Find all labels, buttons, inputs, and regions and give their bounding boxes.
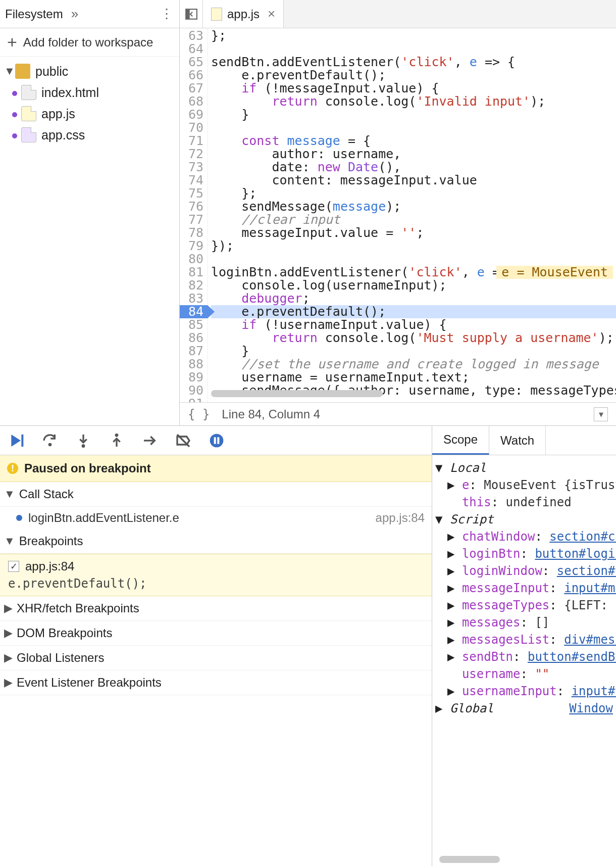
caret-down-icon: ▼: [4, 488, 15, 501]
tab-appjs[interactable]: app.js ×: [203, 0, 284, 28]
caret-right-icon: ▶: [4, 627, 13, 640]
tree-folder-public[interactable]: ▼ public: [0, 61, 179, 82]
status-dropdown[interactable]: ▾: [594, 407, 608, 421]
step-button[interactable]: [140, 431, 160, 450]
toggle-sidebar-button[interactable]: [180, 0, 203, 28]
scope-tabs: Scope Watch: [432, 426, 616, 455]
tree-file-index[interactable]: index.html: [0, 82, 179, 103]
tab-watch[interactable]: Watch: [489, 426, 546, 455]
step-out-button[interactable]: [107, 431, 126, 450]
breakpoint-item[interactable]: ✓ app.js:84 e.preventDefault();: [0, 554, 432, 596]
svg-point-5: [115, 434, 119, 437]
step-over-button[interactable]: [40, 431, 60, 450]
stack-frame[interactable]: loginBtn.addEventListener.e app.js:84: [0, 507, 432, 529]
pretty-print-button[interactable]: { }: [188, 407, 210, 421]
file-icon: [21, 127, 36, 142]
breakpoints-header[interactable]: ▼ Breakpoints: [0, 529, 432, 554]
tab-label: Watch: [500, 434, 534, 448]
section-label: XHR/fetch Breakpoints: [17, 601, 139, 615]
debugger-panel: ! Paused on breakpoint ▼ Call Stack logi…: [0, 426, 432, 866]
filesystem-title: Filesystem: [5, 7, 63, 21]
caret-right-icon: ▶: [4, 651, 13, 664]
file-icon: [211, 8, 222, 21]
code-content[interactable]: }; sendBtn.addEventListener('click', e =…: [208, 28, 616, 402]
tree-file-appcss[interactable]: app.css: [0, 124, 179, 146]
line-gutter: 6364656667686970717273747576777879808182…: [180, 28, 208, 402]
deactivate-breakpoints-button[interactable]: [174, 431, 193, 450]
modified-dot-icon: [12, 91, 17, 96]
caret-down-icon: ▼: [4, 535, 15, 548]
add-folder-button[interactable]: + Add folder to workspace: [0, 28, 179, 57]
tab-scope[interactable]: Scope: [432, 426, 489, 455]
filesystem-header: Filesystem » ⋮: [0, 0, 179, 28]
scope-tree[interactable]: ▼ Local▶ e: MouseEvent {isTrusted this: …: [432, 455, 616, 866]
frame-location: app.js:84: [376, 511, 425, 525]
pause-exceptions-button[interactable]: [207, 431, 226, 450]
resume-button[interactable]: [7, 431, 26, 450]
call-stack-header[interactable]: ▼ Call Stack: [0, 482, 432, 507]
xhr-breakpoints-header[interactable]: ▶ XHR/fetch Breakpoints: [0, 596, 432, 621]
current-frame-icon: [16, 515, 22, 521]
breakpoint-label: app.js:84: [25, 559, 74, 573]
caret-right-icon: ▶: [4, 676, 13, 689]
more-icon[interactable]: ⋮: [160, 6, 174, 22]
svg-rect-2: [21, 435, 23, 447]
frame-name: loginBtn.addEventListener.e: [28, 511, 179, 525]
pause-message: Paused on breakpoint: [24, 461, 151, 475]
tab-bar: app.js ×: [180, 0, 616, 28]
breakpoint-code: e.preventDefault();: [8, 576, 425, 591]
cursor-position: Line 84, Column 4: [222, 407, 320, 421]
file-tree: ▼ public index.html app.js app.css: [0, 57, 179, 150]
file-label: app.js: [41, 107, 75, 121]
folder-label: public: [35, 64, 68, 79]
section-label: Breakpoints: [19, 534, 83, 548]
plus-icon: +: [7, 32, 17, 52]
modified-dot-icon: [12, 112, 17, 117]
event-listener-breakpoints-header[interactable]: ▶ Event Listener Breakpoints: [0, 670, 432, 695]
dom-breakpoints-header[interactable]: ▶ DOM Breakpoints: [0, 621, 432, 646]
svg-rect-7: [214, 437, 216, 444]
panel-toggle-icon: [185, 8, 198, 21]
scope-panel: Scope Watch ▼ Local▶ e: MouseEvent {isTr…: [432, 426, 616, 866]
warning-icon: !: [7, 463, 18, 474]
horizontal-scrollbar[interactable]: [211, 390, 383, 397]
section-label: Global Listeners: [17, 651, 104, 665]
svg-rect-1: [186, 9, 190, 19]
section-label: Call Stack: [19, 487, 74, 501]
modified-dot-icon: [12, 133, 17, 138]
close-icon[interactable]: ×: [268, 6, 275, 22]
section-label: Event Listener Breakpoints: [17, 676, 162, 690]
file-icon: [21, 106, 36, 121]
breakpoint-checkbox[interactable]: ✓: [8, 561, 19, 572]
file-icon: [21, 85, 36, 100]
step-into-button[interactable]: [74, 431, 93, 450]
inline-hint: e = MouseEvent: [496, 266, 613, 279]
code-viewport[interactable]: 6364656667686970717273747576777879808182…: [180, 28, 616, 402]
caret-down-icon[interactable]: ▼: [4, 65, 13, 78]
editor-panel: app.js × 6364656667686970717273747576777…: [180, 0, 616, 425]
add-folder-label: Add folder to workspace: [23, 35, 153, 50]
global-listeners-header[interactable]: ▶ Global Listeners: [0, 646, 432, 670]
caret-right-icon: ▶: [4, 602, 13, 615]
file-label: index.html: [41, 85, 99, 100]
horizontal-scrollbar[interactable]: [439, 856, 500, 863]
file-label: app.css: [41, 128, 85, 142]
folder-icon: [15, 64, 30, 79]
tree-file-appjs[interactable]: app.js: [0, 103, 179, 124]
svg-point-3: [48, 443, 52, 446]
svg-rect-8: [217, 437, 219, 444]
svg-point-6: [210, 434, 224, 447]
filesystem-panel: Filesystem » ⋮ + Add folder to workspace…: [0, 0, 180, 425]
debug-toolbar: [0, 426, 432, 455]
tab-label: Scope: [443, 432, 478, 447]
tab-label: app.js: [227, 7, 260, 21]
svg-point-4: [82, 444, 85, 448]
status-bar: { } Line 84, Column 4 ▾: [180, 402, 616, 425]
pause-banner: ! Paused on breakpoint: [0, 455, 432, 482]
overflow-icon[interactable]: »: [71, 6, 78, 22]
section-label: DOM Breakpoints: [17, 626, 112, 640]
